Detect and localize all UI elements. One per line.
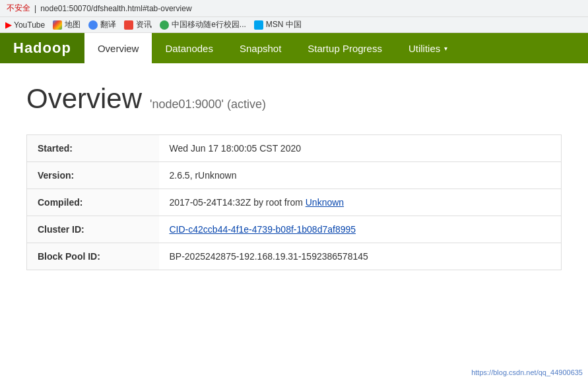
- table-label: Started:: [27, 135, 159, 162]
- table-label: Block Pool ID:: [27, 243, 159, 270]
- youtube-icon: ▶: [5, 20, 11, 30]
- bookmark-translate[interactable]: 翻译: [88, 19, 116, 30]
- nav-item-snapshot[interactable]: Snapshot: [226, 33, 294, 63]
- table-label: Version:: [27, 162, 159, 189]
- address-bar: 不安全 | node01:50070/dfshealth.html#tab-ov…: [0, 0, 588, 17]
- bookmark-maps[interactable]: 地图: [53, 19, 81, 30]
- bookmarks-bar: ▶ YouTube 地图 翻译 资讯 中国移动随e行校园... MSN 中国: [0, 17, 588, 33]
- bookmark-msn-label: MSN 中国: [266, 19, 302, 30]
- bookmark-mobile[interactable]: 中国移动随e行校园...: [160, 19, 246, 30]
- msn-icon: [254, 20, 263, 30]
- page-subtitle: 'node01:9000' (active): [150, 98, 266, 111]
- main-content: Overview 'node01:9000' (active) Started:…: [0, 63, 588, 290]
- table-row: Cluster ID:CID-c42ccb44-4f1e-4739-b08f-1…: [27, 216, 562, 243]
- bookmark-msn[interactable]: MSN 中国: [254, 19, 302, 30]
- compiled-unknown-link[interactable]: Unknown: [306, 197, 344, 208]
- address-url: node01:50070/dfshealth.html#tab-overview: [40, 4, 192, 13]
- nav-item-utilities[interactable]: Utilities ▾: [395, 33, 461, 63]
- table-row: Version:2.6.5, rUnknown: [27, 162, 562, 189]
- nav-snapshot-label: Snapshot: [240, 43, 281, 54]
- insecure-badge: 不安全: [7, 3, 30, 14]
- news-icon: [124, 20, 133, 30]
- bookmark-news-label: 资讯: [136, 19, 152, 30]
- maps-icon: [53, 20, 62, 30]
- utilities-dropdown-arrow: ▾: [444, 45, 447, 52]
- bookmark-mobile-label: 中国移动随e行校园...: [172, 19, 246, 30]
- table-value: 2.6.5, rUnknown: [159, 162, 562, 189]
- nav-item-overview[interactable]: Overview: [84, 33, 152, 63]
- bookmark-youtube-label: YouTube: [14, 20, 45, 30]
- navbar-brand: Hadoop: [0, 33, 84, 63]
- table-label: Compiled:: [27, 189, 159, 216]
- mobile-icon: [160, 20, 169, 30]
- table-row: Block Pool ID:BP-2025242875-192.168.19.3…: [27, 243, 562, 270]
- info-table: Started:Wed Jun 17 18:00:05 CST 2020Vers…: [26, 134, 562, 270]
- table-value-link[interactable]: CID-c42ccb44-4f1e-4739-b08f-1b08d7af8995: [170, 224, 356, 235]
- table-value: 2017-05-24T14:32Z by root from Unknown: [159, 189, 562, 216]
- nav-overview-label: Overview: [98, 43, 139, 54]
- table-row: Started:Wed Jun 17 18:00:05 CST 2020: [27, 135, 562, 162]
- navbar-links: Overview Datanodes Snapshot Startup Prog…: [84, 33, 588, 63]
- table-value: BP-2025242875-192.168.19.31-159238657814…: [159, 243, 562, 270]
- translate-icon: [88, 20, 98, 30]
- table-label: Cluster ID:: [27, 216, 159, 243]
- table-row: Compiled:2017-05-24T14:32Z by root from …: [27, 189, 562, 216]
- bookmark-maps-label: 地图: [65, 19, 81, 30]
- table-value: CID-c42ccb44-4f1e-4739-b08f-1b08d7af8995: [159, 216, 562, 243]
- nav-datanodes-label: Datanodes: [165, 43, 213, 54]
- table-value: Wed Jun 17 18:00:05 CST 2020: [159, 135, 562, 162]
- bookmark-translate-label: 翻译: [100, 19, 116, 30]
- nav-item-startup-progress[interactable]: Startup Progress: [294, 33, 395, 63]
- page-title-section: Overview 'node01:9000' (active): [26, 83, 562, 115]
- navbar: Hadoop Overview Datanodes Snapshot Start…: [0, 33, 588, 63]
- page-title: Overview: [26, 83, 142, 115]
- nav-item-datanodes[interactable]: Datanodes: [152, 33, 226, 63]
- bookmark-news[interactable]: 资讯: [124, 19, 152, 30]
- bookmark-youtube[interactable]: ▶ YouTube: [5, 20, 45, 30]
- nav-utilities-label: Utilities: [408, 43, 440, 54]
- address-separator: |: [34, 4, 36, 13]
- nav-startup-label: Startup Progress: [308, 43, 382, 54]
